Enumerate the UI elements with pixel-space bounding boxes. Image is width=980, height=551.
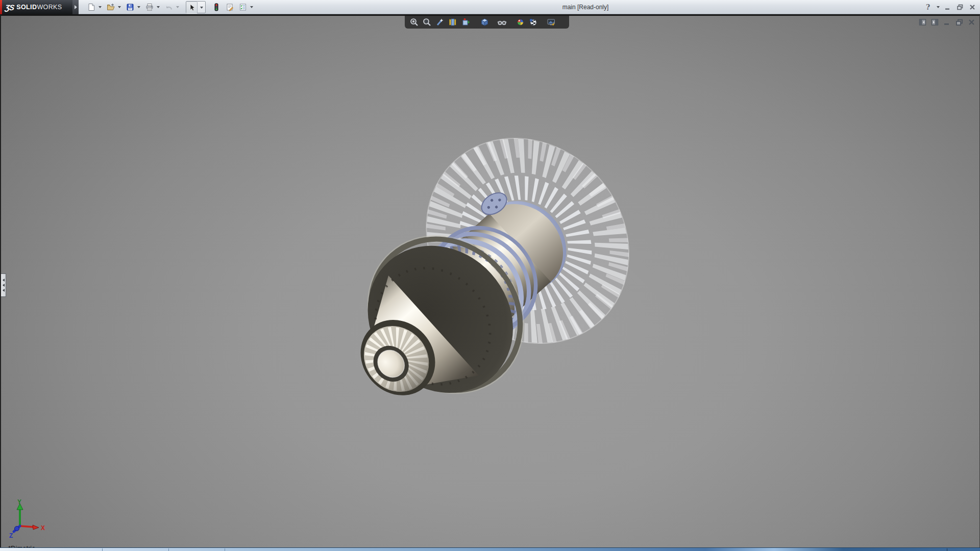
view-orientation-icon: [461, 18, 470, 27]
select-tool-group: [186, 1, 206, 13]
pane-left-icon: [919, 18, 926, 26]
open-button[interactable]: [105, 1, 116, 13]
logo-text-light: WORKS: [37, 4, 62, 11]
logo-red-stripe: [0, 0, 2, 14]
doc-close-icon: [968, 18, 975, 26]
help-button[interactable]: ?: [923, 2, 933, 12]
orientation-triad: Y X Z: [9, 498, 45, 539]
left-arrow-icon: [3, 289, 5, 292]
restore-button[interactable]: [955, 2, 965, 12]
select-tool-dropdown[interactable]: [198, 2, 205, 14]
left-arrow-icon: [3, 284, 5, 287]
pane-right-icon: [931, 18, 939, 26]
open-dropdown[interactable]: [116, 1, 122, 13]
left-arrow-icon: [3, 279, 5, 282]
view-settings-icon: [547, 18, 556, 27]
triad-x-label: X: [41, 524, 45, 532]
statusbar-separator: [102, 548, 103, 551]
print-button[interactable]: [144, 1, 155, 13]
restore-icon: [957, 4, 964, 11]
document-window-controls: [918, 18, 976, 27]
doc-restore-button[interactable]: [955, 18, 964, 27]
model-canvas[interactable]: Y X Z: [1, 16, 979, 547]
appearance-sphere-icon: [516, 18, 525, 27]
logo-text-bold: SOLID: [16, 4, 37, 11]
open-folder-icon: [107, 3, 115, 11]
cursor-arrow-icon: [188, 4, 196, 12]
close-button[interactable]: [968, 2, 977, 12]
new-document-icon: [87, 3, 95, 11]
file-properties-button[interactable]: [224, 1, 235, 13]
window-controls: ?: [923, 0, 977, 14]
options-checklist-icon: [239, 3, 247, 11]
feature-manager-collapsed-tab[interactable]: [1, 273, 6, 297]
undo-arrow-icon: [165, 3, 173, 11]
menu-flyout-arrow[interactable]: [72, 0, 79, 14]
undo-dropdown[interactable]: [175, 1, 181, 13]
edit-appearance-button[interactable]: [515, 17, 525, 28]
pane-toggle-left-button[interactable]: [918, 18, 927, 27]
minimize-icon: [944, 4, 951, 11]
triad-z-label: Z: [9, 532, 13, 539]
save-button[interactable]: [125, 1, 136, 13]
view-settings-button[interactable]: [546, 17, 556, 28]
triad-y-label: Y: [17, 498, 21, 506]
quick-access-toolbar: [86, 0, 255, 14]
zoom-to-area-icon: [423, 18, 431, 27]
previous-view-button[interactable]: [434, 17, 445, 28]
statusbar-separator: [225, 548, 225, 551]
doc-restore-icon: [955, 18, 963, 26]
right-arrow-icon: [75, 5, 77, 9]
solidworks-logo[interactable]: ƷS SOLIDWORKS: [0, 0, 72, 14]
jet-engine-model[interactable]: [300, 97, 671, 462]
document-title: main [Read-only]: [542, 0, 629, 14]
new-document-button[interactable]: [86, 1, 97, 13]
doc-minimize-button[interactable]: [943, 18, 951, 27]
scene-sphere-icon: [529, 18, 537, 27]
statusbar-edge: [0, 547, 980, 551]
zoom-to-area-button[interactable]: [422, 17, 432, 28]
print-dropdown[interactable]: [155, 1, 161, 13]
zoom-to-fit-icon: [410, 18, 419, 27]
minimize-button[interactable]: [943, 2, 952, 12]
section-view-icon: [448, 18, 457, 27]
options-button[interactable]: [237, 1, 249, 13]
zoom-to-fit-button[interactable]: [409, 17, 419, 28]
options-dropdown[interactable]: [249, 1, 255, 13]
printer-icon: [145, 3, 154, 11]
doc-close-button[interactable]: [967, 18, 976, 27]
solidworks-window: { "titlebar": { "logo": { "glyph": "ƷS",…: [0, 0, 980, 551]
apply-scene-button[interactable]: [528, 17, 538, 28]
new-document-dropdown[interactable]: [97, 1, 103, 13]
titlebar: ƷS SOLIDWORKS: [0, 0, 980, 14]
select-tool-button[interactable]: [186, 2, 198, 14]
display-style-button[interactable]: [479, 17, 489, 28]
save-dropdown[interactable]: [136, 1, 142, 13]
doc-minimize-icon: [943, 18, 951, 26]
statusbar-separator: [168, 548, 169, 551]
solidworks-glyph-icon: ƷS: [5, 3, 15, 12]
help-icon: ?: [926, 3, 930, 11]
graphics-viewport[interactable]: Y X Z: [0, 14, 980, 547]
undo-button[interactable]: [163, 1, 175, 13]
magic-wand-icon: [435, 18, 444, 27]
hide-show-items-button[interactable]: [497, 17, 507, 28]
headsup-view-toolbar: [405, 16, 569, 29]
traffic-light-icon: [212, 3, 220, 11]
help-dropdown[interactable]: [936, 6, 940, 8]
section-view-button[interactable]: [447, 17, 457, 28]
pane-toggle-right-button[interactable]: [930, 18, 939, 27]
rebuild-button[interactable]: [211, 1, 222, 13]
close-icon: [969, 4, 976, 11]
file-properties-icon: [226, 3, 234, 11]
statusbar-separator: [947, 548, 947, 551]
save-floppy-icon: [126, 3, 134, 11]
display-style-cube-icon: [480, 18, 489, 27]
view-orientation-button[interactable]: [460, 17, 470, 28]
glasses-icon: [497, 18, 507, 27]
